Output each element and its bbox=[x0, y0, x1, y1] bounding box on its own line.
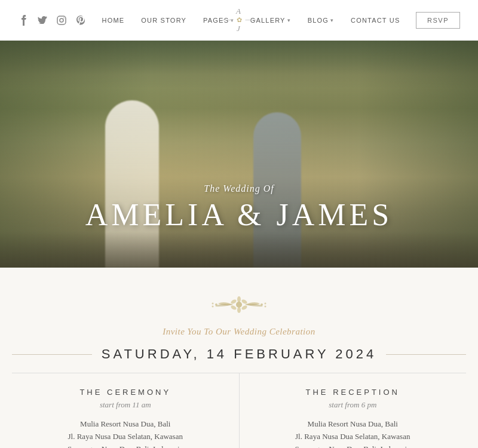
svg-point-10 bbox=[215, 303, 217, 306]
ceremony-location: Mulia Resort Nusa Dua, Bali Jl. Raya Nus… bbox=[24, 418, 227, 448]
svg-point-12 bbox=[212, 306, 214, 308]
reception-time: start from 6 pm bbox=[252, 400, 455, 410]
hero-text-block: The Wedding Of AMELIA & JAMES bbox=[0, 183, 478, 232]
svg-point-9 bbox=[241, 305, 248, 311]
reception-location: Mulia Resort Nusa Dua, Bali Jl. Raya Nus… bbox=[252, 418, 455, 448]
main-nav: HOME OUR STORY PAGES ▾ bbox=[102, 17, 235, 24]
main-nav-right: GALLERY ▾ BLOG ▾ CONTACT US bbox=[250, 17, 400, 24]
svg-point-14 bbox=[265, 303, 266, 305]
svg-point-11 bbox=[212, 303, 214, 305]
svg-point-2 bbox=[63, 17, 65, 19]
svg-point-5 bbox=[237, 307, 241, 313]
pinterest-icon[interactable] bbox=[75, 15, 86, 26]
facebook-icon[interactable] bbox=[18, 15, 29, 26]
rsvp-button[interactable]: RSVP bbox=[416, 12, 460, 29]
svg-point-15 bbox=[265, 306, 266, 308]
event-grid: THE CEREMONY start from 11 am Mulia Reso… bbox=[12, 373, 466, 448]
svg-point-1 bbox=[60, 19, 63, 22]
blog-chevron-icon: ▾ bbox=[330, 17, 334, 23]
svg-point-3 bbox=[236, 302, 242, 308]
site-header: HOME OUR STORY PAGES ▾ A ✿ J GALLERY ▾ B… bbox=[0, 0, 478, 41]
hero-title: AMELIA & JAMES bbox=[0, 198, 478, 232]
svg-point-7 bbox=[241, 299, 248, 305]
hero-section: The Wedding Of AMELIA & JAMES bbox=[0, 41, 478, 268]
social-links bbox=[18, 15, 86, 26]
reception-block: THE RECEPTION start from 6 pm Mulia Reso… bbox=[240, 373, 467, 448]
site-logo: A ✿ J bbox=[222, 7, 256, 33]
hero-background bbox=[0, 41, 478, 268]
nav-our-story[interactable]: OUR STORY bbox=[141, 17, 186, 24]
floral-decoration bbox=[12, 291, 466, 318]
reception-title: THE RECEPTION bbox=[252, 388, 455, 397]
svg-rect-0 bbox=[57, 16, 66, 24]
svg-point-6 bbox=[230, 299, 237, 305]
ceremony-title: THE CEREMONY bbox=[24, 388, 227, 397]
ceremony-block: THE CEREMONY start from 11 am Mulia Reso… bbox=[12, 373, 240, 448]
svg-point-13 bbox=[261, 303, 263, 306]
info-section: Invite You To Our Wedding Celebration SA… bbox=[0, 268, 478, 448]
twitter-icon[interactable] bbox=[37, 15, 48, 26]
instagram-icon[interactable] bbox=[56, 15, 67, 26]
wedding-date: SATURDAY, 14 FEBRUARY 2024 bbox=[102, 346, 377, 362]
logo-flourish-icon: ✿ bbox=[237, 16, 242, 24]
date-line-right bbox=[386, 354, 466, 355]
nav-home[interactable]: HOME bbox=[102, 17, 125, 24]
nav-contact[interactable]: CONTACT US bbox=[351, 17, 400, 24]
date-line-left bbox=[12, 354, 92, 355]
ceremony-time: start from 11 am bbox=[24, 400, 227, 410]
hero-subtitle: The Wedding Of bbox=[0, 183, 478, 194]
date-block: SATURDAY, 14 FEBRUARY 2024 bbox=[12, 346, 466, 362]
gallery-chevron-icon: ▾ bbox=[287, 17, 291, 23]
invite-text: Invite You To Our Wedding Celebration bbox=[12, 327, 466, 337]
nav-blog[interactable]: BLOG ▾ bbox=[308, 17, 334, 24]
svg-point-4 bbox=[237, 296, 241, 302]
svg-point-8 bbox=[230, 305, 237, 311]
nav-gallery[interactable]: GALLERY ▾ bbox=[250, 17, 291, 24]
